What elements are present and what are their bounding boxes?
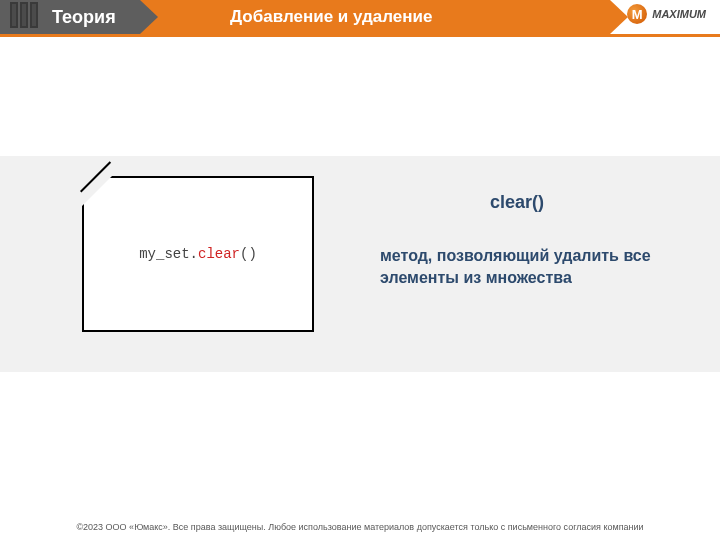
brand-logo: M MAXIMUM: [627, 4, 706, 24]
description-block: clear() метод, позволяющий удалить все э…: [380, 192, 690, 290]
code-snippet: my_set.clear(): [139, 246, 257, 262]
code-object: my_set: [139, 246, 189, 262]
method-name: clear(): [490, 192, 690, 213]
logo-text-wrap: MAXIMUM: [652, 9, 706, 20]
section-label: Теория: [52, 7, 116, 28]
slide-title: Добавление и удаление: [230, 7, 432, 27]
logo-mark-icon: M: [627, 4, 647, 24]
code-method: clear: [198, 246, 240, 262]
book-icon: [10, 2, 40, 32]
code-parens: (): [240, 246, 257, 262]
code-card: my_set.clear(): [82, 176, 314, 332]
copyright-text: ©2023 ООО «Юмакс». Все права защищены. Л…: [76, 522, 643, 532]
copyright-footer: ©2023 ООО «Юмакс». Все права защищены. Л…: [0, 522, 720, 532]
logo-name: MAXIMUM: [652, 9, 706, 20]
slide-header: Добавление и удаление Теория M MAXIMUM: [0, 0, 720, 34]
code-dot: .: [190, 246, 198, 262]
header-underline: [0, 34, 720, 37]
method-description: метод, позволяющий удалить все элементы …: [380, 245, 690, 290]
